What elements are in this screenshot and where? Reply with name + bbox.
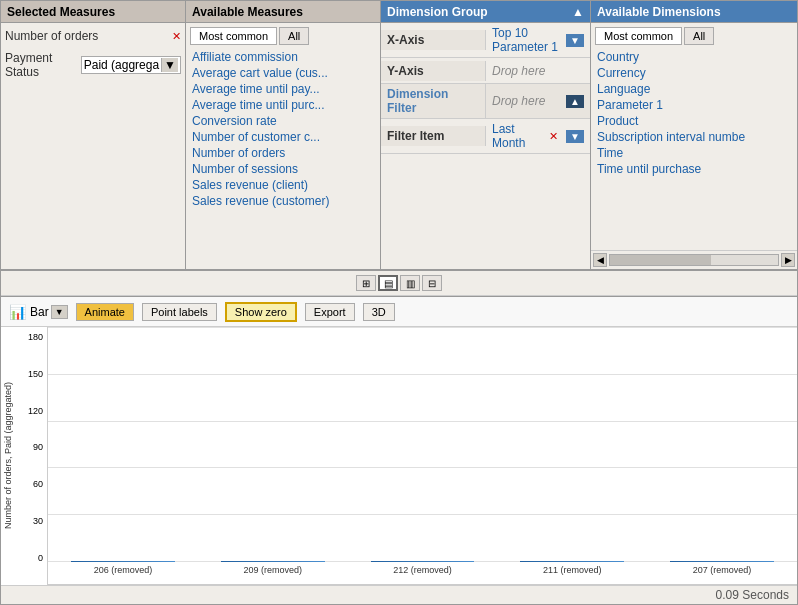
measure-item-5[interactable]: Number of customer c... (190, 129, 376, 145)
measure-item-3[interactable]: Average time until purc... (190, 97, 376, 113)
available-measures-panel: Available Measures Most common All Affil… (186, 1, 381, 269)
selected-measures-title: Selected Measures (7, 5, 115, 19)
export-button[interactable]: Export (305, 303, 355, 321)
available-dimensions-tabs: Most common All (595, 27, 793, 45)
measure-item-2[interactable]: Average time until pay... (190, 81, 376, 97)
view-btn-4[interactable]: ⊟ (422, 275, 442, 291)
dim-arrow-filteritem-icon[interactable]: ▼ (566, 130, 584, 143)
dim-value-yaxis: Drop here (486, 61, 590, 81)
scrollbar-track[interactable] (609, 254, 779, 266)
tab-all-dims[interactable]: All (684, 27, 714, 45)
dimension-group-content: X-Axis Top 10 Parameter 1 ▼ Y-Axis Drop … (381, 23, 590, 269)
selected-measures-content: Number of orders ✕ Payment Status Paid (… (1, 23, 185, 85)
dim-arrow-xaxis-icon[interactable]: ▼ (566, 34, 584, 47)
dim-label-yaxis: Y-Axis (381, 61, 486, 81)
measure-delete-orders[interactable]: ✕ (172, 30, 181, 43)
show-zero-button[interactable]: Show zero (225, 302, 297, 322)
chart-type-label: Bar (30, 305, 49, 319)
measure-item-9[interactable]: Sales revenue (customer) (190, 193, 376, 209)
dim-delete-filteritem-icon[interactable]: ✕ (549, 130, 558, 143)
dim-item-7[interactable]: Time until purchase (595, 161, 793, 177)
3d-button[interactable]: 3D (363, 303, 395, 321)
y-axis-label: Number of orders, Paid (aggregated) (3, 382, 13, 529)
ytick-4: 60 (33, 479, 43, 489)
xlabel-1: 209 (removed) (208, 565, 338, 575)
dim-value-xaxis: Top 10 Parameter 1 ▼ (486, 23, 590, 57)
y-axis-ticks: 180 150 120 90 60 30 0 (15, 327, 47, 585)
measure-item-7[interactable]: Number of sessions (190, 161, 376, 177)
dim-row-filteritem: Filter Item Last Month ✕ ▼ (381, 119, 590, 154)
available-measures-list: Affiliate commission Average cart value … (190, 49, 376, 209)
xlabel-0: 206 (removed) (58, 565, 188, 575)
chart-type-dropdown-icon[interactable]: ▼ (51, 305, 68, 319)
animate-button[interactable]: Animate (76, 303, 134, 321)
measure-item-6[interactable]: Number of orders (190, 145, 376, 161)
x-axis-labels: 206 (removed) 209 (removed) 212 (removed… (48, 562, 797, 584)
view-btn-1[interactable]: ⊞ (356, 275, 376, 291)
dim-value-filteritem-text: Last Month (492, 122, 549, 150)
chart-toolbar: 📊 Bar ▼ Animate Point labels Show zero E… (1, 297, 797, 327)
status-bar: 0.09 Seconds (1, 585, 797, 604)
tab-most-common-measures[interactable]: Most common (190, 27, 277, 45)
scrollbar-thumb[interactable] (610, 255, 711, 265)
available-dimensions-list: Country Currency Language Parameter 1 Pr… (595, 49, 793, 177)
dim-row-filter: Dimension Filter Drop here ▲ (381, 84, 590, 119)
dim-item-0[interactable]: Country (595, 49, 793, 65)
dimension-group-sort-icon: ▲ (572, 5, 584, 19)
scroll-left-btn[interactable]: ◀ (593, 253, 607, 267)
available-measures-header: Available Measures (186, 1, 380, 23)
chart-panel: 📊 Bar ▼ Animate Point labels Show zero E… (1, 296, 797, 604)
point-labels-button[interactable]: Point labels (142, 303, 217, 321)
view-btn-2[interactable]: ▤ (378, 275, 398, 291)
tab-most-common-dims[interactable]: Most common (595, 27, 682, 45)
scrollbar[interactable]: ◀ ▶ (591, 250, 797, 269)
bar-chart-icon: 📊 (9, 304, 26, 320)
tab-all-measures[interactable]: All (279, 27, 309, 45)
dim-label-filteritem: Filter Item (381, 126, 486, 146)
dim-item-5[interactable]: Subscription interval numbe (595, 129, 793, 145)
selected-measures-panel: Selected Measures Number of orders ✕ Pay… (1, 1, 186, 269)
ytick-5: 30 (33, 516, 43, 526)
measure-dropdown-payment[interactable]: Paid (aggrega ▼ (81, 56, 181, 74)
scroll-right-btn[interactable]: ▶ (781, 253, 795, 267)
dim-item-4[interactable]: Product (595, 113, 793, 129)
available-dimensions-header: Available Dimensions (591, 1, 797, 23)
dimension-group-panel: Dimension Group ▲ X-Axis Top 10 Paramete… (381, 1, 591, 269)
measure-item-1[interactable]: Average cart value (cus... (190, 65, 376, 81)
xlabel-4: 207 (removed) (657, 565, 787, 575)
available-measures-tabs: Most common All (190, 27, 376, 45)
dimension-group-header: Dimension Group ▲ (381, 1, 590, 23)
chart-plot-area: 206 (removed) 209 (removed) 212 (removed… (47, 327, 797, 585)
dim-value-xaxis-text: Top 10 Parameter 1 (492, 26, 562, 54)
measure-item-8[interactable]: Sales revenue (client) (190, 177, 376, 193)
chart-type-select[interactable]: 📊 Bar ▼ (9, 304, 68, 320)
xlabel-3: 211 (removed) (507, 565, 637, 575)
xlabel-2: 212 (removed) (358, 565, 488, 575)
dim-item-3[interactable]: Parameter 1 (595, 97, 793, 113)
dropdown-arrow-icon[interactable]: ▼ (161, 58, 178, 72)
status-text: 0.09 Seconds (716, 588, 789, 602)
view-controls: ⊞ ▤ ▥ ⊟ (1, 271, 797, 296)
chart-inner: Number of orders, Paid (aggregated) 180 … (1, 327, 797, 585)
dim-row-yaxis: Y-Axis Drop here (381, 58, 590, 84)
available-measures-content: Most common All Affiliate commission Ave… (186, 23, 380, 213)
measure-row-payment: Payment Status Paid (aggrega ▼ (5, 49, 181, 81)
dim-item-2[interactable]: Language (595, 81, 793, 97)
dim-value-filter: Drop here ▲ (486, 91, 590, 111)
chart-bars (48, 327, 797, 562)
top-panel: Selected Measures Number of orders ✕ Pay… (1, 1, 797, 271)
dim-arrow-filter-icon[interactable]: ▲ (566, 95, 584, 108)
y-axis-label-container: Number of orders, Paid (aggregated) (1, 327, 15, 585)
dim-item-6[interactable]: Time (595, 145, 793, 161)
ytick-1: 150 (28, 369, 43, 379)
view-btn-3[interactable]: ▥ (400, 275, 420, 291)
dim-item-1[interactable]: Currency (595, 65, 793, 81)
measure-item-4[interactable]: Conversion rate (190, 113, 376, 129)
dim-value-filter-text: Drop here (492, 94, 562, 108)
measure-name-orders: Number of orders (5, 29, 168, 43)
measure-name-payment: Payment Status (5, 51, 77, 79)
measure-item-0[interactable]: Affiliate commission (190, 49, 376, 65)
available-dimensions-content: Most common All Country Currency Languag… (591, 23, 797, 250)
measure-row-orders: Number of orders ✕ (5, 27, 181, 45)
ytick-3: 90 (33, 442, 43, 452)
